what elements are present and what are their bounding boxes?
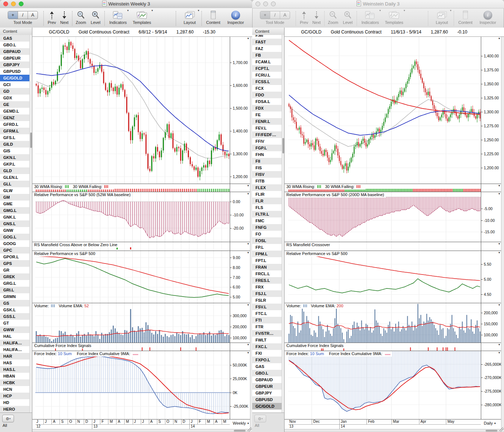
- ticker-item[interactable]: GLEN.L: [0, 174, 30, 181]
- ticker-item[interactable]: FSV.L: [252, 304, 282, 310]
- ticker-item[interactable]: FSLR: [252, 297, 282, 304]
- panel-menu-icon[interactable]: ▾: [498, 351, 500, 354]
- panel-menu-icon[interactable]: ▾: [247, 303, 249, 307]
- ticker-item[interactable]: FIS: [252, 164, 282, 171]
- minimize-button[interactable]: [263, 1, 268, 6]
- ticker-item[interactable]: GREK: [0, 273, 30, 280]
- ticker-item[interactable]: FV/5TR…: [252, 330, 282, 337]
- scrollbar-thumb[interactable]: [30, 132, 32, 148]
- panel-menu-icon[interactable]: ▾: [247, 251, 249, 254]
- ticker-item[interactable]: GNS.L: [0, 220, 30, 227]
- tool-text-button[interactable]: A: [28, 11, 37, 19]
- ticker-item[interactable]: GM: [0, 194, 30, 201]
- ticker-item[interactable]: GLL: [0, 181, 30, 187]
- ticker-item[interactable]: FCAM.L: [252, 59, 282, 65]
- panel-menu-icon[interactable]: ▾: [498, 192, 500, 195]
- ticker-item[interactable]: FWLT: [252, 337, 282, 343]
- ticker-item[interactable]: GWW: [0, 326, 30, 333]
- force-index-chart[interactable]: [35, 351, 230, 419]
- ticker-item[interactable]: GLD: [0, 167, 30, 174]
- ticker-item[interactable]: FCRU.L: [252, 72, 282, 78]
- ticker-item[interactable]: FII: [252, 158, 282, 164]
- title-bar[interactable]: Weinstein Weekly 3: [0, 0, 252, 8]
- ticker-item[interactable]: FCX: [252, 85, 282, 92]
- scrollbar-thumb[interactable]: [234, 430, 246, 432]
- gear-menu-button[interactable]: ▾: [254, 415, 266, 422]
- ticker-item[interactable]: HALIFA…: [0, 346, 30, 353]
- prev-button[interactable]: Prev: [46, 10, 58, 25]
- ticker-item[interactable]: GPS: [0, 260, 30, 267]
- content-button[interactable]: Content: [203, 10, 224, 25]
- zoom-out-button[interactable]: Zoom: [326, 10, 340, 25]
- ticker-item[interactable]: HAL: [0, 333, 30, 340]
- prev-button[interactable]: Prev: [298, 10, 310, 25]
- zoom-in-button[interactable]: Level: [88, 10, 103, 25]
- ticker-item[interactable]: FB: [252, 52, 282, 59]
- ticker-item[interactable]: HAS: [0, 360, 30, 366]
- ticker-item[interactable]: F.MI: [252, 35, 282, 39]
- content-button[interactable]: Content: [455, 10, 476, 25]
- panel-menu-icon[interactable]: ▾: [498, 184, 500, 187]
- minimize-button[interactable]: [11, 1, 16, 6]
- panel-menu-icon[interactable]: ▾: [247, 351, 249, 354]
- ticker-item[interactable]: GOG.L: [0, 234, 30, 240]
- ticker-item[interactable]: HERO: [0, 406, 30, 412]
- ticker-item[interactable]: GKN.L: [0, 154, 30, 161]
- ticker-item[interactable]: GR: [0, 267, 30, 273]
- ticker-item[interactable]: FFIV: [252, 138, 282, 145]
- ticker-item[interactable]: HBAN: [0, 373, 30, 379]
- scrollbar-thumb[interactable]: [486, 430, 497, 432]
- panel-menu-icon[interactable]: ▾: [247, 192, 249, 195]
- ticker-item[interactable]: GRMN: [0, 293, 30, 300]
- ticker-item[interactable]: FCSS.L: [252, 78, 282, 85]
- ticker-item[interactable]: FPM.L: [252, 251, 282, 257]
- ticker-item[interactable]: FNFG: [252, 224, 282, 231]
- zoom-out-button[interactable]: Zoom: [74, 10, 88, 25]
- ticker-item[interactable]: FXI: [252, 350, 282, 357]
- ticker-item[interactable]: GC/GOLD: [252, 403, 282, 410]
- ticker-item[interactable]: FF/FEDF…: [252, 131, 282, 138]
- next-button[interactable]: Next: [310, 10, 323, 25]
- zoom-window-button[interactable]: [271, 1, 276, 6]
- ticker-item[interactable]: FAZ: [252, 45, 282, 52]
- horizontal-scrollbar[interactable]: [285, 429, 504, 432]
- ticker-item[interactable]: GFS.L: [0, 134, 30, 141]
- ticker-item[interactable]: FHN: [252, 151, 282, 158]
- relative-performance-lines[interactable]: [288, 251, 481, 303]
- ticker-item[interactable]: GCI: [0, 81, 30, 88]
- ticker-item[interactable]: FTR: [252, 323, 282, 330]
- ticker-item[interactable]: GC/GOLD: [0, 75, 30, 81]
- panel-menu-icon[interactable]: ▾: [498, 242, 500, 245]
- inspector-button[interactable]: Inspector: [476, 10, 499, 25]
- ticker-item[interactable]: HCP: [0, 393, 30, 399]
- ticker-item[interactable]: FPT.L: [252, 257, 282, 264]
- ticker-item[interactable]: FRCL.L: [252, 270, 282, 277]
- ticker-item[interactable]: FDO: [252, 92, 282, 98]
- panel-menu-icon[interactable]: ▾: [498, 343, 500, 346]
- ticker-item[interactable]: FRX: [252, 284, 282, 290]
- ticker-item[interactable]: FENR.L: [252, 118, 282, 125]
- panel-menu-icon[interactable]: ▾: [498, 37, 500, 40]
- panel-menu-icon[interactable]: ▾: [247, 343, 249, 346]
- ticker-item[interactable]: FTI: [252, 317, 282, 323]
- ticker-item[interactable]: FMC: [252, 217, 282, 224]
- ticker-item[interactable]: GME: [0, 201, 30, 207]
- volume-chart[interactable]: [288, 303, 481, 343]
- layout-button[interactable]: ▾ Layout: [179, 10, 200, 25]
- title-bar[interactable]: Weinstein Daily 3: [252, 0, 504, 8]
- close-button[interactable]: [255, 1, 260, 6]
- ticker-item[interactable]: FXPO.L: [252, 357, 282, 363]
- relative-performance-histogram[interactable]: [288, 192, 481, 242]
- ticker-item[interactable]: GMG.L: [0, 207, 30, 214]
- ticker-item[interactable]: FOSL: [252, 237, 282, 244]
- ticker-item[interactable]: FCPT.L: [252, 65, 282, 72]
- indicators-button[interactable]: ▾ Indicators: [107, 10, 129, 25]
- force-index-chart[interactable]: [288, 351, 481, 419]
- ticker-item[interactable]: FLIR: [252, 191, 282, 198]
- zoom-window-button[interactable]: [19, 1, 24, 6]
- ticker-item[interactable]: GOOG: [0, 240, 30, 247]
- vertical-scrollbar[interactable]: [501, 37, 504, 429]
- ticker-item[interactable]: GSS.L: [0, 313, 30, 320]
- ticker-item[interactable]: FXC.L: [252, 343, 282, 350]
- ticker-item[interactable]: GD: [0, 88, 30, 95]
